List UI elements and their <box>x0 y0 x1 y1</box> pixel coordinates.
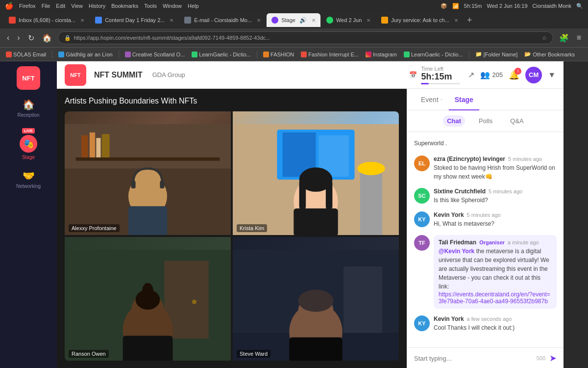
svg-rect-21 <box>299 180 306 210</box>
tab-whatsapp-close[interactable]: ✕ <box>367 18 370 23</box>
chat-header-tali: Tali Friedman Organiser a minute ago <box>439 239 552 246</box>
sidebar-item-reception[interactable]: 🏠 Reception <box>0 94 57 123</box>
tab-content[interactable]: Content Day 1 Friday 2... ✕ <box>90 13 178 27</box>
event-title: NFT SUMMIT <box>94 71 143 79</box>
tab-gmail[interactable]: Inbox (6,608) - ciorsta... ✕ <box>4 13 89 27</box>
chat-tab-polls[interactable]: Polls <box>475 115 496 127</box>
event-group: GDA Group <box>152 71 185 79</box>
sidebar-item-networking[interactable]: 🤝 Networking <box>0 165 57 194</box>
bookmark-gaidhlig-label: Gàidhlig air an Lìon <box>66 52 112 57</box>
bookmark-fashion-interrupt-icon <box>301 52 307 57</box>
send-button[interactable]: ➤ <box>549 353 557 364</box>
bookmark-creative[interactable]: Creative Scotland O... <box>123 52 187 57</box>
bookmark-creative-label: Creative Scotland O... <box>132 52 185 57</box>
tab-event-dot: ● <box>441 97 443 102</box>
participant-steve-label: Steve Ward <box>237 350 270 358</box>
bookmarks-bar: SÒLAS Email Gàidhlig air an Lìon Creativ… <box>0 47 588 61</box>
bookmark-learngaelic1-icon <box>192 52 197 57</box>
stage-favicon <box>271 17 278 24</box>
chevron-down-icon[interactable]: ▼ <box>548 71 556 79</box>
svg-point-17 <box>357 162 385 175</box>
text-sixtine: Is this like Spheroid? <box>434 196 557 205</box>
address-bar[interactable]: 🔒 https://app.hopin.com/events/nft-summi… <box>58 31 553 44</box>
star-icon[interactable]: ☆ <box>542 35 547 41</box>
bubble-sixtine: Sixtine Crutchfield 5 minutes ago Is thi… <box>434 188 557 205</box>
menu-icon[interactable]: ≡ <box>575 32 583 43</box>
tab-content-close[interactable]: ✕ <box>170 18 173 23</box>
menu-firefox[interactable]: Firefox <box>19 3 36 9</box>
forward-button[interactable]: › <box>15 32 22 43</box>
chat-tab-chat[interactable]: Chat <box>443 115 465 127</box>
tab-whatsapp[interactable]: Wed 2 Jun ✕ <box>321 13 375 27</box>
svg-rect-10 <box>160 181 164 188</box>
menu-window[interactable]: Window <box>163 3 182 9</box>
sidebar-item-stage[interactable]: LIVE 🎭 Stage <box>0 123 57 165</box>
video-cell-alexxy: Alexxy Profontaine <box>65 111 231 235</box>
bookmark-fashion-interrupt-label: Fashion Interrupt E... <box>308 52 359 57</box>
menu-history[interactable]: History <box>89 3 105 9</box>
bookmark-instagram[interactable]: Instagram <box>364 52 399 57</box>
tab-jury[interactable]: Jury service: Ask to ch... ✕ <box>376 13 463 27</box>
decentraland-link[interactable]: https://events.decentraland.org/en/?even… <box>439 291 552 305</box>
bookmark-fashion-interrupt[interactable]: Fashion Interrupt E... <box>299 52 361 57</box>
tab-email-close[interactable]: ✕ <box>257 18 261 23</box>
menu-edit[interactable]: Edit <box>56 3 65 9</box>
bookmark-learngaelic2[interactable]: LearnGaelic - Dictio... <box>402 52 465 57</box>
svg-rect-34 <box>343 266 382 333</box>
tab-content-label: Content Day 1 Friday 2... <box>105 17 165 23</box>
home-button[interactable]: 🏠 <box>40 32 54 44</box>
extensions-icon[interactable]: 🧩 <box>557 32 571 44</box>
wifi-icon: 📶 <box>452 3 459 9</box>
tab-stage-label: Stage <box>281 17 295 23</box>
menu-help[interactable]: Help <box>188 3 199 9</box>
reload-button[interactable]: ↻ <box>26 32 36 44</box>
attendee-count: 205 <box>492 71 503 79</box>
organiser-tag: Organiser <box>479 239 505 245</box>
tab-stage-close[interactable]: ✕ <box>312 18 316 23</box>
back-button[interactable]: ‹ <box>5 32 11 43</box>
tab-event[interactable]: Event ● <box>415 89 449 110</box>
menu-view[interactable]: View <box>71 3 83 9</box>
tab-gmail-close[interactable]: ✕ <box>80 18 84 23</box>
bookmark-solas[interactable]: SÒLAS Email <box>4 52 48 57</box>
name-ezra: ezra (Ezincrypto) levinger <box>434 156 505 162</box>
bookmark-learngaelic1[interactable]: LearnGaelic - Dictio... <box>190 52 253 57</box>
menu-file[interactable]: File <box>42 3 50 9</box>
user-avatar[interactable]: CM <box>525 67 542 83</box>
apple-icon[interactable]: 🍎 <box>5 2 13 10</box>
svg-rect-16 <box>360 168 382 235</box>
tab-email[interactable]: E-mail - Ciorstaidh Mo... ✕ <box>179 13 266 27</box>
share-icon[interactable]: ↗ <box>468 70 474 79</box>
avatar-tali: TF <box>414 235 430 251</box>
bookmark-folder[interactable]: 📁 [Folder Name] <box>473 51 520 57</box>
bookmark-other[interactable]: 📂 Other Bookmarks <box>522 51 577 57</box>
svg-rect-9 <box>131 181 136 188</box>
avatar-sixtine: SC <box>414 188 430 204</box>
tab-stage[interactable]: Stage 🔊 ✕ <box>267 13 320 27</box>
email-favicon <box>184 17 191 24</box>
bookmark-gaidhlig[interactable]: Gàidhlig air an Lìon <box>56 52 114 57</box>
notification-icon-wrapper[interactable]: 🔔 ! <box>509 70 519 80</box>
tab-gmail-label: Inbox (6,608) - ciorsta... <box>19 17 75 23</box>
tab-stage-panel[interactable]: Stage <box>449 89 479 110</box>
bookmark-solas-icon <box>6 52 12 57</box>
search-icon[interactable]: 🔍 <box>576 3 583 9</box>
bookmark-fashion[interactable]: FASHION <box>261 52 296 57</box>
text-ezra: Stoked to be having Hrish from SuperWorl… <box>434 163 557 181</box>
char-count: 500 <box>537 355 545 361</box>
bookmark-folder-label: [Folder Name] <box>484 52 518 57</box>
new-tab-button[interactable]: + <box>467 15 472 26</box>
participant-alexxy-label: Alexxy Profontaine <box>69 224 120 232</box>
chat-tab-qa[interactable]: Q&A <box>506 115 527 127</box>
bubble-tali: Tali Friedman Organiser a minute ago @Ke… <box>434 235 557 309</box>
tab-stage-audio[interactable]: 🔊 <box>299 17 307 24</box>
menu-bookmarks[interactable]: Bookmarks <box>111 3 138 9</box>
bubble-ezra: ezra (Ezincrypto) levinger 5 minutes ago… <box>434 156 557 181</box>
participant-ranson-label: Ranson Owen <box>69 350 109 358</box>
mention-kevin: @Kevin York <box>439 248 474 255</box>
chat-header-sixtine: Sixtine Crutchfield 5 minutes ago <box>434 188 557 195</box>
menu-tools[interactable]: Tools <box>144 3 157 9</box>
tab-jury-close[interactable]: ✕ <box>454 18 458 23</box>
hopin-wrapper: NFT NFT SUMMIT GDA Group 📅 Time Left 5h:… <box>57 61 564 368</box>
chat-input[interactable] <box>414 355 533 362</box>
